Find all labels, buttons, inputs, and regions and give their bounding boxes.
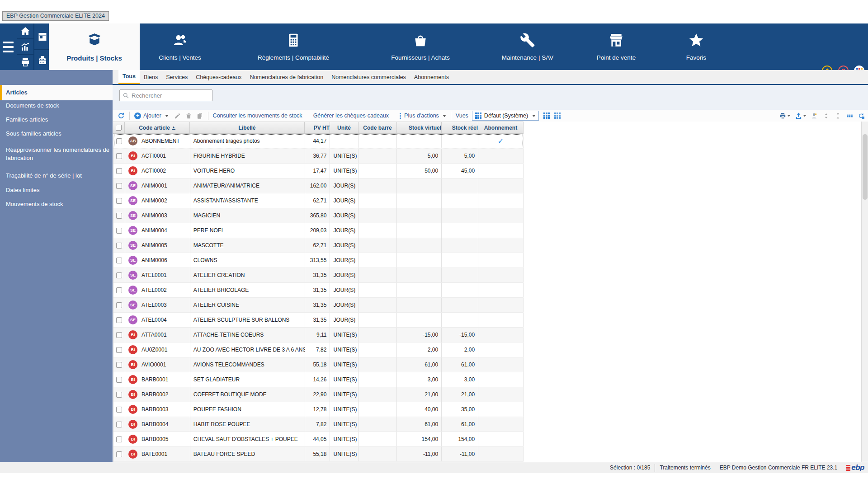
tab-abonnements[interactable]: Abonnements bbox=[410, 70, 453, 84]
delete-button[interactable] bbox=[185, 113, 192, 119]
table-row-atel0004[interactable]: SEATEL0004ATELIER SCULPTURE SUR BALLONS3… bbox=[113, 313, 524, 328]
table-row-anim0004[interactable]: SEANIM0004PERE NOEL209,03JOUR(S) bbox=[113, 223, 524, 238]
vertical-scrollbar[interactable] bbox=[861, 122, 868, 462]
sidebar-item-sous-familles-articles[interactable]: Sous-familles articles bbox=[0, 128, 113, 140]
row-checkbox[interactable] bbox=[116, 243, 122, 249]
expand-rows-button[interactable] bbox=[822, 112, 830, 120]
column-header-pv-ht[interactable]: PV HT bbox=[305, 122, 330, 133]
table-row-atel0001[interactable]: SEATEL0001ATELIER CREATION31,35JOUR(S) bbox=[113, 268, 524, 283]
column-header-libelle[interactable]: Libellé bbox=[190, 122, 305, 133]
add-button[interactable]: + Ajouter bbox=[134, 113, 169, 119]
nav-module-produits-stocks[interactable]: Produits | Stocks bbox=[49, 23, 140, 70]
columns-button[interactable] bbox=[846, 112, 854, 120]
row-checkbox[interactable] bbox=[116, 422, 122, 427]
row-checkbox[interactable] bbox=[116, 228, 122, 234]
row-checkbox[interactable] bbox=[116, 347, 122, 353]
table-row-barb0004[interactable]: BIBARB0004HABIT ROSE POUPEE7,82UNITE(S)6… bbox=[113, 417, 524, 432]
quick-tile-calendar[interactable] bbox=[34, 23, 51, 49]
view-selector-dropdown[interactable]: Défaut (Système) bbox=[472, 111, 539, 121]
tab-tous[interactable]: Tous bbox=[118, 70, 140, 84]
row-checkbox[interactable] bbox=[116, 317, 122, 323]
quick-tile-stats[interactable] bbox=[17, 39, 33, 54]
generate-gift-cards-link[interactable]: Générer les chèques-cadeaux bbox=[313, 113, 389, 119]
column-header-unite[interactable]: Unité bbox=[330, 122, 359, 133]
row-checkbox[interactable] bbox=[116, 302, 122, 308]
quick-tile-home[interactable] bbox=[17, 23, 33, 38]
tab-ch-ques-cadeaux[interactable]: Chèques-cadeaux bbox=[192, 70, 245, 84]
column-header-abonnement[interactable]: Abonnement bbox=[478, 122, 524, 133]
consult-stock-movements-link[interactable]: Consulter les mouvements de stock bbox=[213, 113, 302, 119]
sidebar-item-mouvements-de-stock[interactable]: Mouvements de stock bbox=[0, 198, 113, 210]
row-checkbox[interactable] bbox=[116, 332, 122, 338]
column-header-code-barre[interactable]: Code barre bbox=[359, 122, 397, 133]
row-checkbox[interactable] bbox=[116, 272, 122, 278]
nav-module-basket[interactable]: Fournisseurs | Achats bbox=[379, 23, 462, 70]
row-checkbox[interactable] bbox=[116, 377, 122, 383]
table-row-barb0003[interactable]: BIBARB0003POUPEE FASHION12,78UNITE(S)40,… bbox=[113, 402, 524, 417]
row-checkbox[interactable] bbox=[116, 392, 122, 398]
row-checkbox[interactable] bbox=[116, 213, 122, 219]
table-row-atel0002[interactable]: SEATEL0002ATELIER BRICOLAGE31,35JOUR(S) bbox=[113, 283, 524, 298]
row-checkbox[interactable] bbox=[116, 138, 122, 144]
table-row-anim0001[interactable]: SEANIM0001ANIMATEUR/ANIMATRICE162,00JOUR… bbox=[113, 178, 524, 193]
tab-nomenclatures-de-fabrication[interactable]: Nomenclatures de fabrication bbox=[246, 70, 328, 84]
table-row-acti0002[interactable]: BIACTI0002VOITURE HERO17,47UNITE(S)50,00… bbox=[113, 164, 524, 178]
table-row-barb0001[interactable]: BIBARB0001SET GLADIATEUR14,26UNITE(S)3,0… bbox=[113, 372, 524, 387]
sidebar-item-dates-limites[interactable]: Dates limites bbox=[0, 184, 113, 196]
table-row-avio0001[interactable]: BIAVIO0001AVIONS TELECOMMANDES55,18UNITE… bbox=[113, 357, 524, 372]
sidebar-item-familles-articles[interactable]: Familles articles bbox=[0, 114, 113, 126]
table-row-bate0001[interactable]: BIBATE0001BATEAU FORCE SPEED55,18UNITE(S… bbox=[113, 447, 524, 462]
table-row-acti0001[interactable]: BIACTI0001FIGURINE HYBRIDE36,77UNITE(S)5… bbox=[113, 149, 524, 164]
table-row-atel0003[interactable]: SEATEL0003ATELIER CUISINE31,35JOUR(S) bbox=[113, 298, 524, 313]
column-header-code-article[interactable]: Code article▲ bbox=[125, 122, 190, 133]
row-checkbox[interactable] bbox=[116, 287, 122, 293]
row-checkbox[interactable] bbox=[116, 153, 122, 159]
table-row-anim0006[interactable]: SEANIM0006CLOWNS313,55JOUR(S) bbox=[113, 253, 524, 268]
export-button[interactable] bbox=[795, 112, 807, 120]
menu-button[interactable] bbox=[3, 23, 16, 70]
table-row-au0z0001[interactable]: BIAU0Z0001AU ZOO AVEC HECTOR LIVRE DE 3 … bbox=[113, 343, 524, 357]
nav-module-calculator[interactable]: Règlements | Comptabilité bbox=[251, 23, 335, 70]
edit-button[interactable] bbox=[174, 113, 181, 119]
row-checkbox[interactable] bbox=[116, 362, 122, 368]
nav-module-people[interactable]: Clients | Ventes bbox=[140, 23, 220, 70]
table-row-anim0003[interactable]: SEANIM0003MAGICIEN365,80JOUR(S) bbox=[113, 208, 524, 223]
row-checkbox[interactable] bbox=[116, 168, 122, 174]
row-checkbox[interactable] bbox=[116, 198, 122, 204]
column-header-stock-reel[interactable]: Stock réel bbox=[442, 122, 478, 133]
table-row-atta0001[interactable]: BIATTA0001ATTACHE-TETINE COEURS9,11UNITE… bbox=[113, 328, 524, 343]
refresh-grid-button[interactable] bbox=[858, 112, 865, 120]
quick-tile-print[interactable] bbox=[17, 55, 33, 70]
sidebar-item-articles[interactable]: Articles bbox=[0, 85, 113, 100]
collapse-rows-button[interactable] bbox=[834, 112, 842, 120]
nav-module-star[interactable]: Favoris bbox=[655, 23, 737, 70]
tab-services[interactable]: Services bbox=[162, 70, 192, 84]
sidebar-item-tra-abilit-de-n-de-s-rie-lot[interactable]: Traçabilité de n° de série | lot bbox=[0, 169, 113, 182]
scrollbar-thumb[interactable] bbox=[863, 134, 868, 200]
row-checkbox[interactable] bbox=[116, 451, 122, 457]
table-row-anim0005[interactable]: SEANIM0005MASCOTTE62,71JOUR(S) bbox=[113, 238, 524, 253]
column-header-stock-virtuel[interactable]: Stock virtuel bbox=[397, 122, 442, 133]
row-checkbox[interactable] bbox=[116, 436, 122, 442]
duplicate-button[interactable] bbox=[197, 113, 203, 119]
table-row-barb0005[interactable]: BIBARB0005CHEVAL SAUT D'OBSTACLES + POUP… bbox=[113, 432, 524, 447]
table-row-anim0002[interactable]: SEANIM0002ASSISTANT/ASSISTANTE62,71JOUR(… bbox=[113, 193, 524, 208]
more-actions-button[interactable]: Plus d'actions bbox=[400, 113, 446, 119]
view-edit-button[interactable] bbox=[554, 113, 561, 119]
sidebar-item-documents-de-stock[interactable]: Documents de stock bbox=[0, 100, 113, 112]
row-checkbox[interactable] bbox=[116, 183, 122, 189]
quick-tile-cash-register[interactable] bbox=[34, 50, 51, 70]
sidebar-item-r-approvisionner-les-nomenclatures-de-fabrication[interactable]: Réapprovisionner les nomenclatures de fa… bbox=[0, 144, 113, 164]
nav-module-storefront[interactable]: Point de vente bbox=[575, 23, 657, 70]
search-input[interactable]: Rechercher bbox=[119, 89, 212, 101]
nav-module-wrench[interactable]: Maintenance | SAV bbox=[486, 23, 569, 70]
user-rights-button[interactable] bbox=[811, 112, 818, 120]
table-row-abonnement[interactable]: ABABONNEMENTAbonnement tirages photos44,… bbox=[113, 134, 524, 149]
tab-biens[interactable]: Biens bbox=[140, 70, 162, 84]
tab-nomenclatures-commerciales[interactable]: Nomenclatures commerciales bbox=[327, 70, 410, 84]
row-checkbox[interactable] bbox=[116, 407, 122, 413]
view-settings-button[interactable] bbox=[543, 113, 550, 119]
print-button[interactable] bbox=[779, 112, 791, 120]
select-all-checkbox[interactable] bbox=[113, 122, 125, 133]
row-checkbox[interactable] bbox=[116, 258, 122, 263]
